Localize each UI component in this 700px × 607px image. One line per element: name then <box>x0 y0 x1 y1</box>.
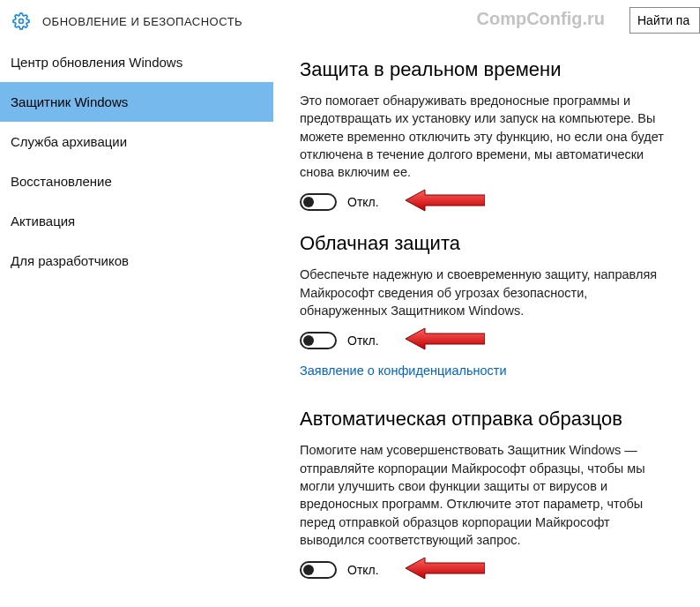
toggle-cloud[interactable] <box>300 332 337 349</box>
svg-point-0 <box>19 19 24 24</box>
toggle-label-cloud: Откл. <box>347 333 379 348</box>
sidebar-item-windows-update[interactable]: Центр обновления Windows <box>0 42 273 82</box>
privacy-link[interactable]: Заявление о конфиденциальности <box>300 363 507 378</box>
svg-marker-3 <box>406 558 485 579</box>
svg-marker-2 <box>406 328 485 349</box>
section-cloud: Облачная защита Обеспечьте надежную и св… <box>300 232 679 386</box>
sidebar-item-windows-defender[interactable]: Защитник Windows <box>0 82 273 122</box>
section-title-cloud: Облачная защита <box>300 232 679 255</box>
section-text-samples: Помогите нам усовершенствовать Защитник … <box>300 441 670 549</box>
toggle-samples[interactable] <box>300 561 337 579</box>
sidebar: Центр обновления Windows Защитник Window… <box>0 42 273 607</box>
settings-gear-icon <box>12 12 30 30</box>
section-realtime: Защита в реальном времени Это помогает о… <box>300 58 679 211</box>
svg-marker-1 <box>406 190 485 211</box>
header: ОБНОВЛЕНИЕ И БЕЗОПАСНОСТЬ CompConfig.ru <box>0 0 700 42</box>
page-title: ОБНОВЛЕНИЕ И БЕЗОПАСНОСТЬ <box>42 15 242 28</box>
sidebar-item-recovery[interactable]: Восстановление <box>0 161 273 201</box>
section-text-cloud: Обеспечьте надежную и своевременную защи… <box>300 266 670 319</box>
sidebar-item-activation[interactable]: Активация <box>0 201 273 241</box>
section-text-realtime: Это помогает обнаруживать вредоносные пр… <box>300 92 670 181</box>
section-samples: Автоматическая отправка образцов Помогит… <box>300 408 679 579</box>
toggle-label-samples: Откл. <box>347 563 379 577</box>
section-title-realtime: Защита в реальном времени <box>300 58 679 81</box>
annotation-arrow-icon <box>406 326 485 355</box>
search-input[interactable] <box>629 7 700 34</box>
toggle-label-realtime: Откл. <box>347 195 379 209</box>
content: Защита в реальном времени Это помогает о… <box>273 42 700 607</box>
sidebar-item-backup[interactable]: Служба архивации <box>0 122 273 161</box>
toggle-realtime[interactable] <box>300 193 337 211</box>
sidebar-item-developers[interactable]: Для разработчиков <box>0 241 273 281</box>
annotation-arrow-icon <box>406 556 485 584</box>
watermark: CompConfig.ru <box>476 9 605 29</box>
section-title-samples: Автоматическая отправка образцов <box>300 408 679 431</box>
annotation-arrow-icon <box>406 188 485 216</box>
